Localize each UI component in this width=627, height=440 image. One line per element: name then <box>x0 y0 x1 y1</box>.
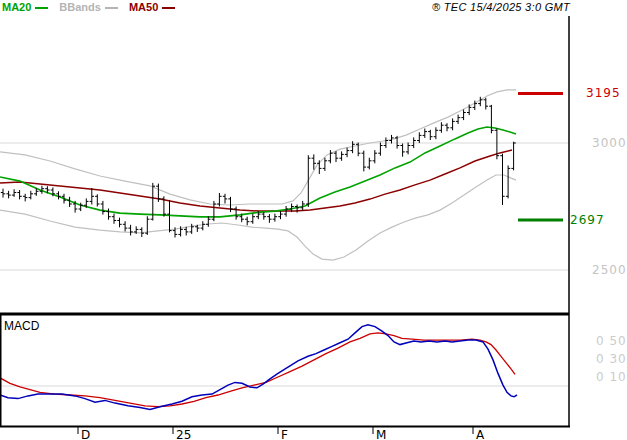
legend-label-ma20: MA20 <box>2 1 31 14</box>
time-label-M: M <box>376 428 386 440</box>
macd-panel-label: MACD <box>4 319 39 333</box>
legend-item-ma20: MA20 <box>2 1 48 14</box>
copyright-timestamp: ® TEC 15/4/2025 3:0 GMT <box>432 1 570 13</box>
bbands-line-swatch-icon <box>105 7 118 9</box>
legend-item-bbands: BBands <box>59 1 118 14</box>
level-label-2697: 2697 <box>570 213 605 227</box>
macd-line <box>0 325 517 410</box>
time-label-D: D <box>81 428 90 440</box>
stock-chart-screenshot: 300025000 500 300 1031952697D25FMA MA20 … <box>0 0 627 440</box>
macd-panel-series <box>0 325 517 410</box>
macd-tick-0.3: 0 30 <box>596 352 627 366</box>
time-label-A: A <box>476 428 485 440</box>
time-label-25: 25 <box>176 428 191 440</box>
level-label-3195: 3195 <box>586 86 621 100</box>
bollinger-bands <box>0 90 516 260</box>
ma50-line <box>0 150 512 211</box>
time-label-F: F <box>281 428 288 440</box>
price-axis-labels: 300025000 500 300 10 <box>592 136 627 384</box>
ohlc-bar-series <box>1 97 516 238</box>
legend-item-ma50: MA50 <box>129 1 175 14</box>
price-tick-3000: 3000 <box>592 136 627 150</box>
macd-tick-0.5: 0 50 <box>596 334 627 348</box>
price-tick-2500: 2500 <box>592 263 627 277</box>
gridlines <box>0 143 569 386</box>
macd-signal-line <box>0 333 515 407</box>
ma50-line-swatch-icon <box>162 7 175 9</box>
chart-legend: MA20 BBands MA50 <box>2 1 175 14</box>
chart-frame <box>0 16 570 427</box>
chart-canvas: 300025000 500 300 1031952697D25FMA <box>0 0 627 440</box>
legend-label-ma50: MA50 <box>129 1 158 14</box>
legend-label-bbands: BBands <box>59 1 101 14</box>
macd-tick-0.1: 0 10 <box>596 370 627 384</box>
ma20-line-swatch-icon <box>35 7 48 9</box>
time-axis: D25FMA <box>78 427 485 440</box>
